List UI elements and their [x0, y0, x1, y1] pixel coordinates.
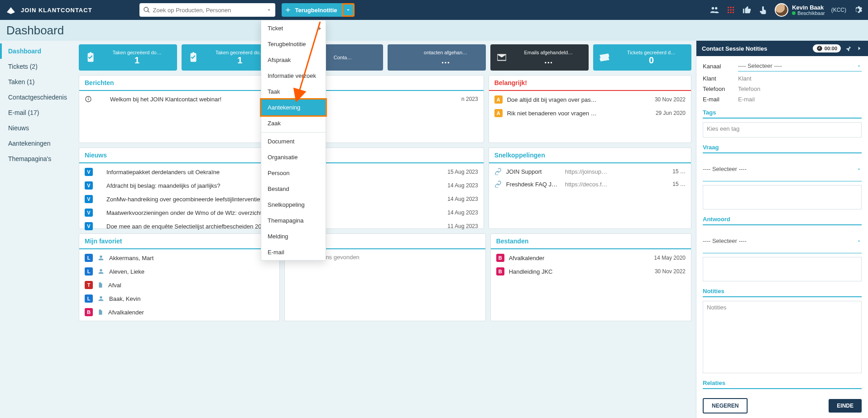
dialpad-icon[interactable] [726, 5, 736, 15]
chevron-down-icon [856, 238, 862, 244]
collapse-icon[interactable] [856, 45, 863, 52]
new-item-dropdown-toggle[interactable] [342, 3, 355, 17]
dropdown-item[interactable]: Zaak [261, 115, 326, 131]
list-item[interactable]: TAfval [79, 278, 279, 292]
badge: V [85, 168, 93, 176]
badge: V [85, 209, 93, 217]
list-item[interactable]: Freshdesk FAQ Jo…https://decos.f…15 … [489, 178, 691, 190]
dropdown-item[interactable]: E-mail [261, 244, 326, 260]
kpi-card[interactable]: Tickets gecreëerd d…0 [593, 44, 691, 71]
dropdown-item[interactable]: Ticket [261, 20, 326, 36]
list-item[interactable]: ADoe altijd dit bij vragen over pasp…30 … [489, 93, 691, 106]
tags-input[interactable]: Kies een tag [703, 122, 862, 138]
global-search[interactable] [139, 3, 275, 17]
sidebar-item[interactable]: E-mail (17) [0, 105, 77, 120]
panel-snelkoppelingen: Snelkoppelingen JOIN Supporthttps://join… [489, 147, 691, 229]
panel-belangrijk: Belangrijk! ADoe altijd dit bij vragen o… [489, 75, 691, 143]
dropdown-item[interactable]: Terugbelnotitie [261, 36, 326, 52]
panel-title: Mijn favoriet [79, 234, 279, 249]
field-klant: Klant Klant [703, 75, 862, 82]
kpi-card[interactable]: Emails afgehandeld…… [490, 44, 589, 71]
badge: A [494, 109, 503, 117]
chevron-down-icon[interactable] [266, 7, 272, 13]
page-title-bar: Dashboard [0, 20, 868, 41]
user-name: Kevin Baak [792, 5, 825, 10]
sidebar-item[interactable]: Aantekeningen [0, 136, 77, 151]
antwoord-textarea[interactable] [703, 257, 862, 281]
panel-bestanden: Bestanden BAfvalkalender14 May 2020BHand… [490, 233, 691, 321]
touch-icon[interactable] [758, 5, 768, 15]
vraag-select[interactable]: ---- Selecteer ---- [703, 157, 862, 181]
new-item-dropdown[interactable]: TicketTerugbelnotitieAfspraakInformatie … [261, 20, 326, 261]
dropdown-item[interactable]: Aantekening [260, 98, 327, 117]
list-item[interactable]: BHandleiding JKC30 Nov 2022 [491, 265, 691, 278]
pin-icon[interactable] [845, 45, 852, 52]
list-item[interactable]: ARik niet benaderen voor vragen o…29 Jun… [489, 106, 691, 120]
list-item[interactable]: BAfvalkalender [79, 305, 279, 319]
kanaal-select[interactable]: ---- Selecteer ---- [738, 61, 862, 71]
list-item[interactable]: LAkkermans, Mart [79, 251, 279, 265]
email-input[interactable]: E-mail [738, 96, 862, 103]
dropdown-item[interactable]: Melding [261, 228, 326, 244]
people-icon[interactable] [710, 5, 719, 15]
dropdown-item[interactable]: Organisatie [261, 149, 326, 165]
info-icon [85, 95, 92, 103]
sidebar-item[interactable]: Tickets (2) [0, 59, 77, 74]
einde-button[interactable]: EINDE [829, 399, 862, 413]
chevron-down-icon [856, 63, 862, 69]
panel-title: Snelkoppelingen [489, 148, 691, 163]
panel-favoriet: Mijn favoriet LAkkermans, MartLAleven, L… [79, 233, 280, 321]
kpi-card[interactable]: Taken gecreëerd do…1 [79, 44, 177, 71]
telefoon-input[interactable]: Telefoon [738, 86, 862, 92]
dropdown-item[interactable]: Persoon [261, 165, 326, 181]
link-icon [494, 180, 502, 188]
badge: A [494, 95, 503, 104]
app-logo: JOIN KLANTCONTACT [5, 5, 92, 15]
main-area: Taken gecreëerd do…1Taken gecreëerd do…1… [77, 41, 696, 418]
panel-title: Belangrijk! [489, 76, 691, 91]
svg-point-4 [730, 9, 732, 11]
badge: L [85, 294, 93, 303]
rpanel-header: Contact Sessie Notities 00:00 [696, 41, 868, 56]
sidebar-item[interactable]: Taken (1) [0, 74, 77, 90]
sidebar-item[interactable]: Themapagina's [0, 151, 77, 166]
list-item[interactable]: LBaak, Kevin [79, 292, 279, 305]
sidebar-item[interactable]: Contactgeschiedenis [0, 90, 77, 105]
kpi-card[interactable]: ontacten afgehan…… [388, 44, 486, 71]
dropdown-item[interactable]: Document [261, 133, 326, 149]
dropdown-item[interactable]: Themapagina [261, 213, 326, 228]
dropdown-item[interactable]: Snelkoppeling [261, 197, 326, 213]
section-relaties: Relaties [703, 380, 862, 389]
new-item-button[interactable]: Terugbelnotitie [282, 3, 355, 17]
gear-icon[interactable] [853, 5, 863, 15]
negeren-button[interactable]: NEGEREN [703, 398, 748, 413]
panel-title: Bestanden [491, 234, 691, 249]
clipboard-icon [186, 51, 200, 64]
dropdown-item[interactable]: Informatie verzoek [261, 68, 326, 84]
document-icon [97, 281, 104, 289]
plus-icon [282, 6, 294, 14]
antwoord-select[interactable]: ---- Selecteer ---- [703, 229, 862, 253]
user-status: Beschikbaar [792, 10, 825, 16]
list-item[interactable]: BAfvalkalender14 May 2020 [491, 251, 691, 265]
thumbs-up-icon[interactable] [742, 5, 752, 15]
dropdown-item[interactable]: Bestand [261, 181, 326, 197]
klant-input[interactable]: Klant [738, 75, 862, 82]
svg-point-2 [733, 7, 734, 9]
vraag-textarea[interactable] [703, 185, 862, 209]
kpi-row: Taken gecreëerd do…1Taken gecreëerd do…1… [79, 44, 691, 71]
mail-icon [495, 51, 508, 64]
section-tags: Tags [703, 109, 862, 119]
list-item[interactable]: LAleven, Lieke [79, 265, 279, 278]
sidebar-item[interactable]: Nieuws [0, 120, 77, 136]
search-input[interactable] [150, 6, 266, 14]
notities-textarea[interactable]: Notities [703, 301, 862, 373]
dropdown-item[interactable]: Afspraak [261, 52, 326, 68]
org-code: (KCC) [831, 7, 846, 13]
svg-point-7 [730, 12, 732, 14]
section-vraag: Vraag [703, 144, 862, 153]
sidebar-item[interactable]: Dashboard [0, 43, 77, 59]
list-item[interactable]: JOIN Supporthttps://joinsup…15 … [489, 165, 691, 178]
dropdown-item[interactable]: Taak [261, 84, 326, 100]
user-block[interactable]: Kevin Baak Beschikbaar [775, 3, 825, 17]
